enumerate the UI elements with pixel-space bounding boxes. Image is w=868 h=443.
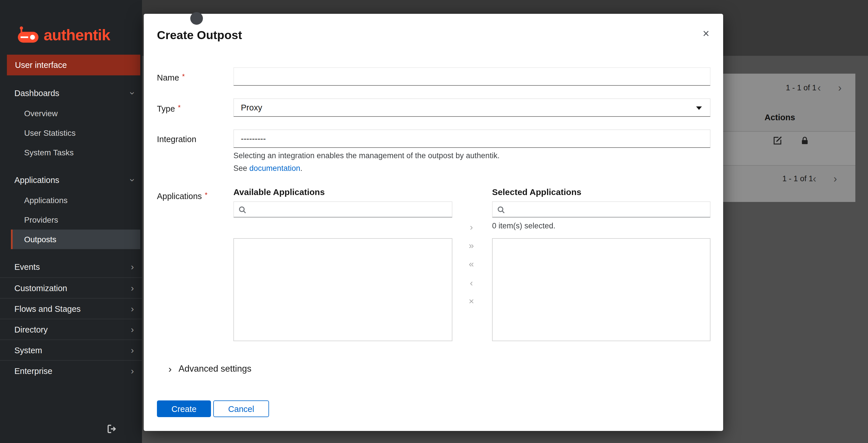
available-applications-listbox[interactable] [234, 238, 453, 341]
sidebar-item-outposts[interactable]: Outposts [11, 230, 140, 249]
chevron-right-icon: › [131, 346, 134, 355]
chevron-right-icon: › [168, 364, 172, 374]
integration-help-text: Selecting an integration enables the man… [234, 151, 499, 160]
pagination-next-icon[interactable]: › [834, 174, 837, 184]
integration-select[interactable]: --------- [234, 129, 711, 148]
modal-title: Create Outpost [157, 28, 242, 42]
name-field-label: Name* [157, 72, 185, 82]
sidebar-item-label: Directory [14, 325, 48, 334]
actions-column-header: Actions [765, 113, 795, 122]
sidebar-item-label: Outposts [24, 235, 56, 244]
remove-all-button[interactable]: « [464, 257, 478, 271]
add-selected-button[interactable]: › [464, 220, 478, 234]
sidebar-item-overview[interactable]: Overview [0, 104, 142, 123]
advanced-settings-label: Advanced settings [179, 364, 251, 374]
selected-search [492, 201, 711, 217]
sidebar-item-providers[interactable]: Providers [0, 210, 142, 230]
close-icon[interactable]: × [703, 28, 709, 39]
create-outpost-modal: Create Outpost × Name* Type* Proxy Integ… [144, 14, 723, 431]
selected-applications-listbox[interactable] [492, 238, 711, 341]
sidebar-item-directory[interactable]: Directory › [0, 319, 142, 339]
sidebar-item-label: User Statistics [24, 128, 75, 138]
sidebar-item-label: Enterprise [14, 366, 52, 375]
sidebar-item-user-statistics[interactable]: User Statistics [0, 123, 142, 143]
sidebar-item-label: Applications [24, 196, 67, 205]
pagination-bottom-label: 1 - 1 of 1 [782, 174, 813, 183]
sidebar-item-label: Events [14, 262, 40, 271]
create-button[interactable]: Create [157, 401, 211, 417]
chevron-down-icon [696, 107, 702, 110]
selected-search-input[interactable] [492, 201, 711, 217]
search-icon [497, 205, 505, 216]
sidebar-item-label: User interface [15, 60, 67, 69]
available-search [234, 201, 453, 217]
integration-help-text-2: See documentation. [234, 164, 302, 173]
sidebar-item-enterprise[interactable]: Enterprise › [0, 360, 142, 381]
sidebar-item-applications-group[interactable]: Applications › [0, 170, 142, 190]
sidebar-item-flows-and-stages[interactable]: Flows and Stages › [0, 298, 142, 319]
sidebar-item-label: Overview [24, 109, 58, 118]
lock-icon[interactable] [800, 136, 809, 148]
sidebar-nav: User interface Dashboards › Overview Use… [0, 55, 142, 381]
required-marker: * [178, 104, 181, 112]
chevron-right-icon: › [131, 262, 134, 271]
pagination-prev-icon[interactable]: ‹ [813, 174, 816, 184]
sidebar-item-events[interactable]: Events › [0, 257, 142, 277]
chevron-right-icon: › [131, 304, 134, 313]
pagination-top-label: 1 - 1 of 1 [786, 83, 816, 92]
chevron-right-icon: › [131, 325, 134, 334]
available-search-input[interactable] [234, 201, 453, 217]
chevron-right-icon: › [131, 366, 134, 375]
type-field-label: Type* [157, 104, 181, 113]
pagination-next-icon[interactable]: › [838, 83, 842, 93]
sidebar-item-label: Customization [14, 283, 67, 293]
add-all-button[interactable]: » [464, 239, 478, 253]
sidebar-item-system-tasks[interactable]: System Tasks [0, 143, 142, 162]
sidebar-item-system[interactable]: System › [0, 339, 142, 360]
applications-field-label: Applications* [157, 191, 208, 201]
sidebar-item-label: Flows and Stages [14, 304, 81, 313]
selected-applications-title: Selected Applications [492, 187, 582, 197]
app-root: </> 1 - 1 of 1 ‹ › Actions 1 - 1 of 1 ‹ … [0, 0, 868, 443]
sidebar-item-dashboards[interactable]: Dashboards › [0, 83, 142, 104]
cancel-button[interactable]: Cancel [213, 401, 269, 417]
chevron-down-icon: › [128, 179, 137, 182]
authentik-logo-text: authentik [44, 26, 110, 44]
avatar [190, 12, 203, 25]
selected-count-status: 0 item(s) selected. [492, 222, 556, 230]
sidebar-item-label: Providers [24, 215, 58, 225]
required-marker: * [182, 72, 185, 81]
authentik-logo-icon [17, 25, 39, 46]
sidebar: authentik User interface Dashboards › Ov… [0, 0, 142, 443]
advanced-settings-toggle[interactable]: › Advanced settings [168, 364, 251, 374]
authentik-logo[interactable]: authentik [0, 0, 142, 55]
integration-select-value: --------- [241, 134, 266, 143]
sidebar-item-user-interface[interactable]: User interface [7, 55, 140, 76]
edit-icon[interactable] [773, 136, 782, 148]
required-marker: * [205, 191, 207, 199]
clear-selection-button[interactable]: × [464, 295, 478, 308]
search-icon [239, 205, 246, 216]
name-input[interactable] [234, 67, 711, 86]
available-applications-title: Available Applications [234, 187, 325, 197]
sidebar-item-label: System Tasks [24, 148, 73, 157]
sidebar-item-label: Dashboards [14, 89, 59, 98]
chevron-right-icon: › [131, 283, 134, 293]
integration-field-label: Integration [157, 135, 196, 144]
type-select[interactable]: Proxy [234, 98, 711, 117]
sidebar-item-label: Applications [14, 175, 59, 185]
sidebar-item-label: System [14, 346, 42, 355]
sign-out-icon[interactable] [107, 424, 118, 436]
sidebar-item-customization[interactable]: Customization › [0, 277, 142, 298]
chevron-down-icon: › [128, 92, 137, 95]
pagination-prev-icon[interactable]: ‹ [817, 83, 821, 93]
remove-selected-button[interactable]: ‹ [464, 276, 478, 290]
documentation-link[interactable]: documentation [249, 164, 300, 173]
type-select-value: Proxy [241, 103, 262, 112]
sidebar-item-applications[interactable]: Applications [0, 190, 142, 210]
